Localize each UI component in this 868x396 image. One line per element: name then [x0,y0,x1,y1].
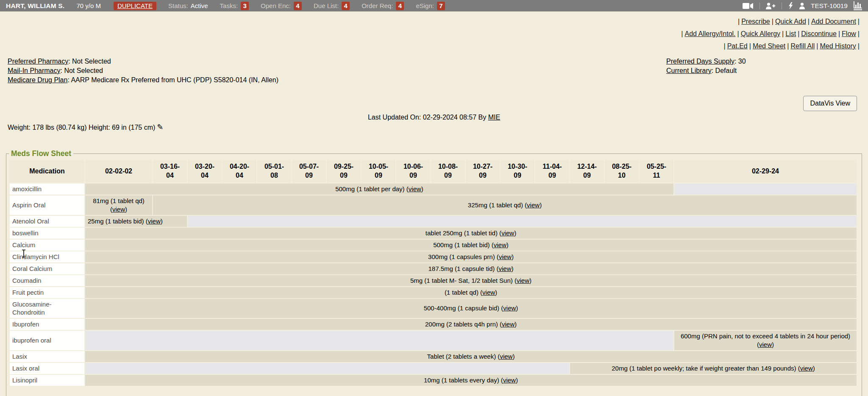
separator: | [816,42,818,50]
med-name: Atenolol Oral [10,216,84,227]
divider [782,3,782,9]
dose-text: 300mg (1 capsules prn) [428,253,495,260]
info-label-link[interactable]: Medicare Drug Plan [8,76,67,84]
quick-link-flow[interactable]: Flow [842,30,856,37]
info-label-link[interactable]: Current Library [666,67,712,74]
quick-link-refill-all[interactable]: Refill All [790,42,815,50]
date-column-header: 10-27- 09 [466,160,500,183]
text-cursor [21,249,26,259]
info-value: 30 [738,58,746,65]
view-link[interactable]: view [112,206,125,213]
date-column-header: 10-08- 09 [431,160,465,183]
edit-vitals-icon[interactable]: ✎ [157,123,163,131]
view-link[interactable]: view [499,253,512,260]
dose-cell: 81mg (1 tablet qd) (view) [85,195,152,215]
empty-cell [85,331,673,350]
empty-cell [674,184,857,195]
counter-badge[interactable]: 4 [396,2,404,10]
med-name: Ibuprofen [10,319,84,330]
date-column-header: 12-14- 09 [570,160,604,183]
quick-link-med-history[interactable]: Med History [820,42,856,50]
quick-link-add-document[interactable]: Add Document [811,18,856,25]
dose-cell: 500-400mg (1 capsule bid) (view) [85,299,857,318]
separator: | [724,42,726,50]
view-link[interactable]: view [494,241,506,248]
duplicate-flag[interactable]: DUPLICATE [114,2,156,10]
dose-text: 10mg (1 tablets every day) [424,376,499,384]
dose-cell: 10mg (1 tablets every day) (view) [85,375,857,386]
status-value: Active [191,2,208,9]
separator: | [858,18,860,25]
info-label-link[interactable]: Preferred Pharmacy [8,58,68,65]
date-column-header: 04-20- 04 [223,160,256,183]
date-column-header: 03-16- 04 [153,160,187,183]
counter-badge[interactable]: 4 [294,2,302,10]
separator: | [681,30,683,37]
separator: | [808,18,810,25]
meds-flow-sheet-panel: Meds Flow Sheet Medication02-02-0203-16-… [6,149,862,396]
view-link[interactable]: view [148,218,161,225]
dose-cell: tablet 250mg (1 tablet tid) (view) [85,228,857,239]
view-link[interactable]: view [800,365,813,372]
quick-link-quick-allergy[interactable]: Quick Allergy [741,30,780,37]
updated-by-link[interactable]: MIE [488,114,500,121]
date-column-header: 02-02-02 [85,160,152,183]
view-link[interactable]: view [498,265,511,272]
bar-chart-icon[interactable] [854,1,862,10]
dose-cell: 500mg (1 tablet bid) (view) [85,240,857,251]
med-name: Coral Calcium [10,263,84,274]
patient-name: HART, WILLIAM S. [6,2,64,10]
view-link[interactable]: view [482,289,495,296]
separator: | [787,42,789,50]
view-link[interactable]: view [501,229,514,237]
counter-label: Order Req: [362,2,393,9]
date-column-header: 09-25- 09 [327,160,361,183]
video-camera-icon[interactable] [743,3,754,9]
dose-text: 187.5mg (1 capsule tid) [428,265,495,272]
dose-text: Tablet (2 tablets a week) [427,353,496,360]
datavis-view-button[interactable]: DataVis View [803,96,857,111]
date-column-header: 11-04- 09 [535,160,569,183]
quick-link-discontinue[interactable]: Discontinue [801,30,837,37]
dose-cell: 325mg (1 tablet qd) (view) [153,195,857,215]
dose-text: 200mg (2 tablets q4h prn) [425,321,498,328]
dose-text: 500-400mg (1 capsule bid) [424,304,499,312]
quick-link-add-allergy-intol-[interactable]: Add Allergy/Intol. [684,30,735,37]
view-link[interactable]: view [500,353,512,360]
info-value: Not Selected [72,58,111,65]
counter-badge[interactable]: 7 [437,2,445,10]
view-link[interactable]: view [517,277,529,284]
info-label-link[interactable]: Preferred Days Supply [666,58,734,65]
info-value: Default [715,67,737,74]
view-link[interactable]: view [527,201,540,209]
user-id[interactable]: TEST-10019 [811,2,848,10]
lightning-icon[interactable] [788,2,793,9]
med-name: Lasix oral [10,363,84,374]
separator: | [858,42,860,50]
quick-link-quick-add[interactable]: Quick Add [775,18,806,25]
view-link[interactable]: view [409,185,421,192]
quick-link-list[interactable]: List [785,30,796,37]
quick-link-pat-ed[interactable]: Pat.Ed [727,42,748,50]
med-name: Fruit pectin [10,287,84,298]
counter-badge[interactable]: 4 [342,2,350,10]
quick-link-prescribe[interactable]: Prescribe [741,18,770,25]
dose-cell: 200mg (2 tablets q4h prn) (view) [85,319,857,330]
user-icon [799,3,805,9]
view-link[interactable]: view [759,341,772,348]
quick-link-med-sheet[interactable]: Med Sheet [753,42,785,50]
info-label-link[interactable]: Mail-In Pharmacy [8,67,60,74]
view-link[interactable]: view [503,376,516,384]
dose-text: 500mg (1 tablet bid) [433,241,490,248]
date-column-header: 10-06- 09 [396,160,430,183]
add-user-icon[interactable] [766,3,776,9]
dose-cell: 500mg (1 tablet per day) (view) [85,184,673,195]
date-column-header: 10-30- 09 [501,160,534,183]
med-name: Coumadin [10,275,84,286]
view-link[interactable]: view [502,321,515,328]
counter-badge[interactable]: 3 [241,2,249,10]
counter-label: Tasks: [220,2,238,9]
separator: | [772,18,773,25]
meds-flow-table: Medication02-02-0203-16- 0403-20- 0404-2… [9,159,857,387]
view-link[interactable]: view [503,304,516,312]
